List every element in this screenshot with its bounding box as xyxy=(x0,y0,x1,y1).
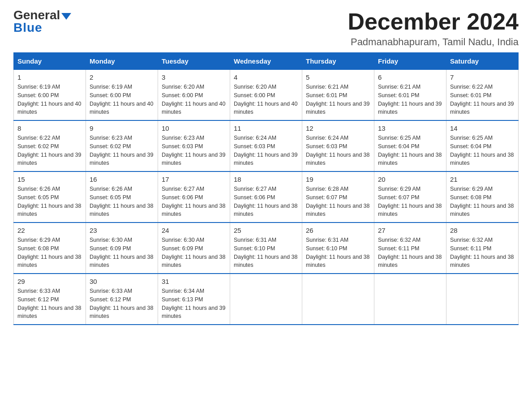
day-info: Sunrise: 6:28 AM Sunset: 6:07 PM Dayligh… xyxy=(306,185,370,218)
header-monday: Monday xyxy=(86,53,158,70)
calendar-header-row: SundayMondayTuesdayWednesdayThursdayFrid… xyxy=(14,53,519,70)
page-header: General Blue December 2024 Padmanabhapur… xyxy=(13,9,519,48)
calendar-cell: 17 Sunrise: 6:27 AM Sunset: 6:06 PM Dayl… xyxy=(158,171,230,223)
day-info: Sunrise: 6:21 AM Sunset: 6:01 PM Dayligh… xyxy=(306,83,370,116)
calendar-cell: 11 Sunrise: 6:24 AM Sunset: 6:03 PM Dayl… xyxy=(230,120,302,171)
calendar-cell: 25 Sunrise: 6:31 AM Sunset: 6:10 PM Dayl… xyxy=(230,223,302,274)
day-info: Sunrise: 6:30 AM Sunset: 6:09 PM Dayligh… xyxy=(90,236,154,270)
calendar-cell: 27 Sunrise: 6:32 AM Sunset: 6:11 PM Dayl… xyxy=(374,223,446,274)
calendar-cell: 20 Sunrise: 6:29 AM Sunset: 6:07 PM Dayl… xyxy=(374,171,446,223)
calendar-cell: 2 Sunrise: 6:19 AM Sunset: 6:00 PM Dayli… xyxy=(86,70,158,121)
calendar-cell xyxy=(302,274,374,325)
day-number: 15 xyxy=(17,176,82,183)
header-wednesday: Wednesday xyxy=(230,53,302,70)
page-title: December 2024 xyxy=(348,9,519,34)
day-info: Sunrise: 6:19 AM Sunset: 6:00 PM Dayligh… xyxy=(17,83,82,116)
day-number: 25 xyxy=(234,227,298,234)
day-info: Sunrise: 6:24 AM Sunset: 6:03 PM Dayligh… xyxy=(234,134,298,167)
day-number: 26 xyxy=(306,227,370,234)
calendar-cell: 6 Sunrise: 6:21 AM Sunset: 6:01 PM Dayli… xyxy=(374,70,446,121)
header-sunday: Sunday xyxy=(14,53,86,70)
day-number: 21 xyxy=(450,176,515,183)
day-info: Sunrise: 6:21 AM Sunset: 6:01 PM Dayligh… xyxy=(378,83,442,116)
day-number: 27 xyxy=(378,227,442,234)
calendar-cell: 21 Sunrise: 6:29 AM Sunset: 6:08 PM Dayl… xyxy=(446,171,519,223)
day-info: Sunrise: 6:23 AM Sunset: 6:03 PM Dayligh… xyxy=(162,134,226,167)
day-info: Sunrise: 6:22 AM Sunset: 6:02 PM Dayligh… xyxy=(17,134,82,167)
day-number: 11 xyxy=(234,124,298,132)
title-section: December 2024 Padmanabhapuram, Tamil Nad… xyxy=(348,9,519,48)
day-info: Sunrise: 6:20 AM Sunset: 6:00 PM Dayligh… xyxy=(162,83,226,116)
day-number: 2 xyxy=(90,73,154,81)
day-info: Sunrise: 6:27 AM Sunset: 6:06 PM Dayligh… xyxy=(234,185,298,218)
day-info: Sunrise: 6:19 AM Sunset: 6:00 PM Dayligh… xyxy=(90,83,154,116)
day-info: Sunrise: 6:25 AM Sunset: 6:04 PM Dayligh… xyxy=(450,134,515,167)
calendar-cell: 26 Sunrise: 6:31 AM Sunset: 6:10 PM Dayl… xyxy=(302,223,374,274)
header-thursday: Thursday xyxy=(302,53,374,70)
calendar-cell: 28 Sunrise: 6:32 AM Sunset: 6:11 PM Dayl… xyxy=(446,223,519,274)
logo-triangle-icon xyxy=(61,13,71,20)
day-number: 30 xyxy=(90,278,154,285)
calendar-week-row: 15 Sunrise: 6:26 AM Sunset: 6:05 PM Dayl… xyxy=(14,171,519,223)
calendar-week-row: 29 Sunrise: 6:33 AM Sunset: 6:12 PM Dayl… xyxy=(14,274,519,325)
day-info: Sunrise: 6:33 AM Sunset: 6:12 PM Dayligh… xyxy=(17,287,82,321)
calendar-cell: 3 Sunrise: 6:20 AM Sunset: 6:00 PM Dayli… xyxy=(158,70,230,121)
day-number: 10 xyxy=(162,124,226,132)
day-number: 5 xyxy=(306,73,370,81)
calendar-cell: 19 Sunrise: 6:28 AM Sunset: 6:07 PM Dayl… xyxy=(302,171,374,223)
calendar-cell: 24 Sunrise: 6:30 AM Sunset: 6:09 PM Dayl… xyxy=(158,223,230,274)
logo: General Blue xyxy=(13,9,71,34)
day-number: 8 xyxy=(17,124,82,132)
day-info: Sunrise: 6:24 AM Sunset: 6:03 PM Dayligh… xyxy=(306,134,370,167)
day-info: Sunrise: 6:31 AM Sunset: 6:10 PM Dayligh… xyxy=(234,236,298,270)
calendar-cell: 30 Sunrise: 6:33 AM Sunset: 6:12 PM Dayl… xyxy=(86,274,158,325)
header-tuesday: Tuesday xyxy=(158,53,230,70)
day-info: Sunrise: 6:23 AM Sunset: 6:02 PM Dayligh… xyxy=(90,134,154,167)
calendar-cell: 4 Sunrise: 6:20 AM Sunset: 6:00 PM Dayli… xyxy=(230,70,302,121)
calendar-cell xyxy=(446,274,519,325)
calendar-cell: 23 Sunrise: 6:30 AM Sunset: 6:09 PM Dayl… xyxy=(86,223,158,274)
day-info: Sunrise: 6:29 AM Sunset: 6:07 PM Dayligh… xyxy=(378,185,442,218)
day-number: 3 xyxy=(162,73,226,81)
day-number: 4 xyxy=(234,73,298,81)
calendar-cell: 15 Sunrise: 6:26 AM Sunset: 6:05 PM Dayl… xyxy=(14,171,86,223)
day-number: 14 xyxy=(450,124,515,132)
day-number: 28 xyxy=(450,227,515,234)
calendar-cell: 10 Sunrise: 6:23 AM Sunset: 6:03 PM Dayl… xyxy=(158,120,230,171)
calendar-cell xyxy=(230,274,302,325)
day-number: 20 xyxy=(378,176,442,183)
page-subtitle: Padmanabhapuram, Tamil Nadu, India xyxy=(348,36,519,48)
day-info: Sunrise: 6:29 AM Sunset: 6:08 PM Dayligh… xyxy=(450,185,515,218)
day-number: 1 xyxy=(17,73,82,81)
calendar-cell: 22 Sunrise: 6:29 AM Sunset: 6:08 PM Dayl… xyxy=(14,223,86,274)
day-info: Sunrise: 6:22 AM Sunset: 6:01 PM Dayligh… xyxy=(450,83,515,116)
calendar-cell: 7 Sunrise: 6:22 AM Sunset: 6:01 PM Dayli… xyxy=(446,70,519,121)
day-info: Sunrise: 6:29 AM Sunset: 6:08 PM Dayligh… xyxy=(17,236,82,270)
day-info: Sunrise: 6:34 AM Sunset: 6:13 PM Dayligh… xyxy=(162,287,226,321)
day-info: Sunrise: 6:32 AM Sunset: 6:11 PM Dayligh… xyxy=(450,236,515,270)
logo-text-general: General xyxy=(13,9,60,21)
calendar-week-row: 8 Sunrise: 6:22 AM Sunset: 6:02 PM Dayli… xyxy=(14,120,519,171)
header-friday: Friday xyxy=(374,53,446,70)
day-info: Sunrise: 6:32 AM Sunset: 6:11 PM Dayligh… xyxy=(378,236,442,270)
day-number: 29 xyxy=(17,278,82,285)
day-number: 7 xyxy=(450,73,515,81)
calendar-cell: 29 Sunrise: 6:33 AM Sunset: 6:12 PM Dayl… xyxy=(14,274,86,325)
calendar-cell: 31 Sunrise: 6:34 AM Sunset: 6:13 PM Dayl… xyxy=(158,274,230,325)
day-info: Sunrise: 6:25 AM Sunset: 6:04 PM Dayligh… xyxy=(378,134,442,167)
calendar-table: SundayMondayTuesdayWednesdayThursdayFrid… xyxy=(13,52,519,325)
day-number: 19 xyxy=(306,176,370,183)
calendar-week-row: 1 Sunrise: 6:19 AM Sunset: 6:00 PM Dayli… xyxy=(14,70,519,121)
day-number: 22 xyxy=(17,227,82,234)
day-number: 12 xyxy=(306,124,370,132)
day-number: 24 xyxy=(162,227,226,234)
day-number: 16 xyxy=(90,176,154,183)
day-info: Sunrise: 6:26 AM Sunset: 6:05 PM Dayligh… xyxy=(17,185,82,218)
day-info: Sunrise: 6:30 AM Sunset: 6:09 PM Dayligh… xyxy=(162,236,226,270)
day-number: 6 xyxy=(378,73,442,81)
calendar-cell: 9 Sunrise: 6:23 AM Sunset: 6:02 PM Dayli… xyxy=(86,120,158,171)
day-number: 18 xyxy=(234,176,298,183)
calendar-week-row: 22 Sunrise: 6:29 AM Sunset: 6:08 PM Dayl… xyxy=(14,223,519,274)
day-number: 9 xyxy=(90,124,154,132)
day-info: Sunrise: 6:31 AM Sunset: 6:10 PM Dayligh… xyxy=(306,236,370,270)
